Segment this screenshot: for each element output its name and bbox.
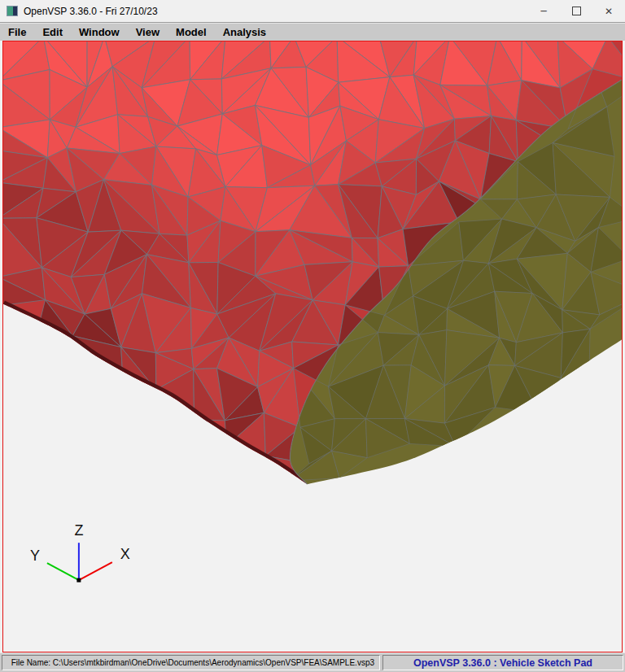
brand-box: OpenVSP 3.36.0 : Vehicle Sketch Pad <box>382 655 623 670</box>
viewport-3d[interactable]: XYZ <box>2 41 623 652</box>
menubar: FileEditWindowViewModelAnalysis <box>0 23 625 41</box>
maximize-button[interactable] <box>560 0 592 22</box>
close-button[interactable]: ✕ <box>592 0 625 22</box>
axis-y-label: Y <box>30 548 40 564</box>
axis-z-label: Z <box>74 522 83 539</box>
menu-item-window[interactable]: Window <box>71 24 128 41</box>
titlebar: OpenVSP 3.36.0 - Fri 27/10/23 ─ ✕ <box>0 0 625 23</box>
close-icon: ✕ <box>605 6 613 17</box>
window-title: OpenVSP 3.36.0 - Fri 27/10/23 <box>24 6 158 17</box>
scene-canvas: XYZ <box>3 41 622 652</box>
maximize-icon <box>572 7 581 15</box>
openvsp-window: OpenVSP 3.36.0 - Fri 27/10/23 ─ ✕ FileEd… <box>0 0 625 672</box>
brand-text: OpenVSP 3.36.0 : Vehicle Sketch Pad <box>413 657 592 669</box>
file-name-box: File Name: C:\Users\mtkbirdman\OneDrive\… <box>2 655 380 670</box>
axis-origin-marker <box>76 578 81 583</box>
menu-item-model[interactable]: Model <box>168 24 215 41</box>
minimize-button[interactable]: ─ <box>527 0 560 22</box>
file-name-text: File Name: C:\Users\mtkbirdman\OneDrive\… <box>11 658 374 667</box>
menu-item-view[interactable]: View <box>128 24 168 41</box>
menu-item-file[interactable]: File <box>0 24 34 41</box>
minimize-icon: ─ <box>540 6 546 17</box>
axis-x-label: X <box>120 546 130 562</box>
window-controls: ─ ✕ <box>527 0 625 22</box>
menu-item-analysis[interactable]: Analysis <box>215 24 274 41</box>
menu-item-edit[interactable]: Edit <box>34 24 71 41</box>
app-icon <box>7 6 18 16</box>
statusbar: File Name: C:\Users\mtkbirdman\OneDrive\… <box>0 652 625 672</box>
